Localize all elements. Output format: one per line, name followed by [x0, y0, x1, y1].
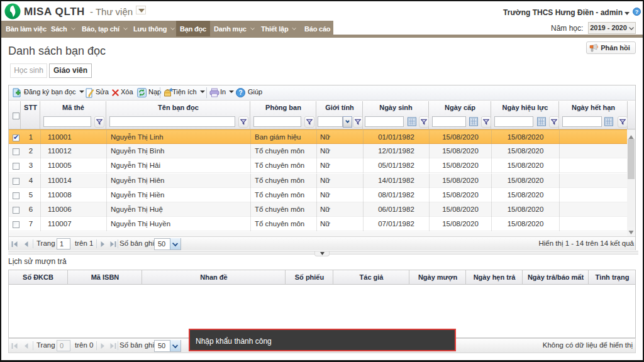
- svg-text:?: ?: [635, 9, 639, 15]
- svg-text:?: ?: [238, 89, 242, 96]
